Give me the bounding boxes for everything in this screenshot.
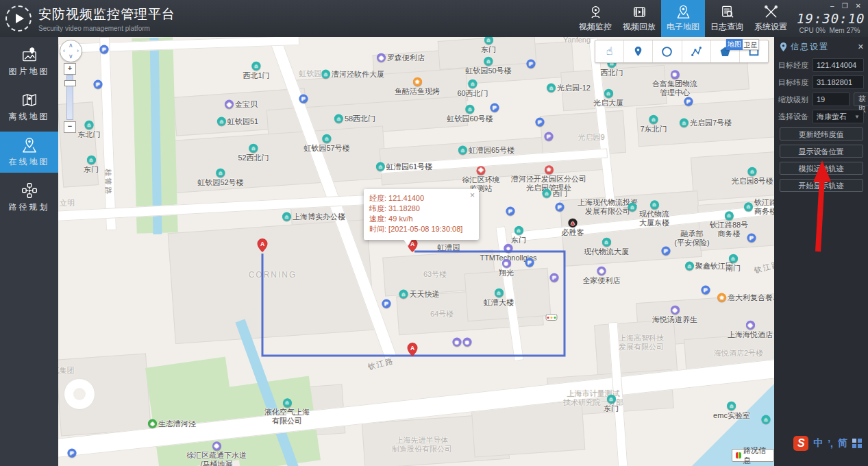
panel-title: 信息设置 bbox=[791, 41, 829, 53]
poi-text: 光启大厦 bbox=[593, 99, 623, 108]
poi-text: 融承部 (平安保险) bbox=[674, 230, 709, 247]
ime-lang-toggle[interactable]: 中 bbox=[813, 437, 823, 450]
zoom-in-button[interactable]: + bbox=[64, 63, 76, 75]
target-lat-label: 目标纬度 bbox=[778, 77, 813, 88]
traffic-info-button[interactable]: 路况信息 bbox=[732, 449, 774, 462]
nav-item-playback[interactable]: 视频回放 bbox=[617, 0, 661, 37]
nav-item-label: 电子地图 bbox=[667, 21, 699, 33]
polyline-tool-button[interactable] bbox=[682, 40, 711, 62]
poi-text: 东门 bbox=[84, 165, 99, 174]
map-poi-icon: P bbox=[545, 132, 554, 141]
poi-text: 鱼酷活鱼现烤 bbox=[395, 87, 440, 96]
map-poi-label: ■合富集团物流 管理中心 bbox=[652, 70, 697, 97]
poi-text: 合富集团物流 管理中心 bbox=[652, 79, 697, 97]
zoom-out-button[interactable]: − bbox=[64, 121, 76, 133]
track-marker-A[interactable]: A bbox=[407, 343, 418, 356]
gate-poi-icon: ⌂ bbox=[514, 226, 523, 235]
svg-text:A: A bbox=[410, 241, 414, 247]
circle-tool-button[interactable] bbox=[653, 40, 682, 62]
poi-text: 东门 bbox=[604, 404, 619, 413]
p-poi-icon: P bbox=[525, 258, 534, 267]
marker-tool-button[interactable] bbox=[624, 40, 653, 62]
panel-close-icon[interactable]: ✕ bbox=[858, 42, 864, 51]
traffic-info-label: 路况信息 bbox=[743, 445, 770, 466]
red-poi-icon: ✚ bbox=[477, 166, 486, 175]
device-select[interactable]: 海康萤石 ▼ bbox=[813, 110, 864, 123]
panel-action-button[interactable]: 开始显示轨迹 bbox=[780, 179, 863, 192]
panel-action-button[interactable]: 更新经纬度值 bbox=[780, 127, 863, 140]
sidebar-item-offline[interactable]: 离线地图 bbox=[0, 86, 58, 127]
bld-poi-icon: ⌂ bbox=[650, 200, 659, 209]
food-poi-icon: ★ bbox=[413, 77, 422, 86]
shop-poi-icon: ◆ bbox=[225, 100, 234, 109]
hand-tool-button[interactable]: ☝ bbox=[595, 40, 624, 62]
svg-text:A: A bbox=[260, 241, 264, 247]
black-poi-icon: ▲ bbox=[569, 219, 578, 228]
gate-poi-icon: ⌂ bbox=[607, 395, 616, 404]
poi-text: 现代物流大厦 bbox=[584, 247, 629, 256]
info-settings-panel: 信息设置 ✕ 目标经度 目标纬度 缩放级别 获取 选择设备 海康萤石 ▼ 更新经… bbox=[774, 37, 868, 466]
map-canvas[interactable]: ⌂西北1门⌂虹钦园50号楼◆罗森便利店⌂漕河泾软件大厦虹钦园★鱼酷活鱼现烤◆金宝… bbox=[58, 37, 774, 466]
poi-text: 西门 bbox=[553, 189, 568, 198]
poi-text: 光启园8号楼 bbox=[731, 177, 773, 186]
sidebar-item-label: 路径规划 bbox=[9, 201, 50, 213]
target-lat-input[interactable] bbox=[813, 75, 864, 89]
map-poi-label: ★鱼酷活鱼现烤 bbox=[395, 77, 440, 96]
layer-switch: 地图 卫星 bbox=[726, 39, 759, 50]
poi-text: 罗森便利店 bbox=[387, 53, 425, 62]
ime-bar[interactable]: S 中 ’, 简 bbox=[793, 436, 862, 451]
bld-poi-icon: ⌂ bbox=[217, 117, 226, 126]
map-poi-label: ⌂液化空气上海 有限公司 bbox=[264, 398, 310, 425]
p-poi-icon: P bbox=[506, 207, 515, 216]
map-poi-label: ♣生态漕河泾 bbox=[148, 419, 196, 428]
track-marker-A[interactable]: A bbox=[257, 238, 268, 252]
minimize-button[interactable]: – bbox=[830, 2, 834, 10]
map-poi-label: 气集团 bbox=[58, 366, 75, 375]
map-poi-label: ⌂光启园8号楼 bbox=[731, 167, 773, 186]
sidebar-item-route[interactable]: 路径规划 bbox=[0, 177, 58, 218]
get-button[interactable]: 获取 bbox=[854, 93, 868, 106]
nav-item-monitor[interactable]: 视频监控 bbox=[573, 0, 617, 37]
ime-menu-icon[interactable] bbox=[852, 439, 862, 448]
map-poi-label: ◆上海海悦酒店 bbox=[728, 321, 773, 339]
pan-compass-control[interactable]: ∧∨ ‹› bbox=[60, 40, 82, 62]
sidebar-item-online[interactable]: 在线地图 bbox=[0, 132, 58, 173]
p-poi-icon: P bbox=[662, 247, 671, 256]
popup-close-icon[interactable]: × bbox=[470, 191, 475, 200]
close-button[interactable]: ✕ bbox=[856, 2, 861, 10]
map-poi-icon: P bbox=[68, 449, 77, 458]
panel-action-button[interactable]: 模拟运动轨迹 bbox=[780, 162, 863, 175]
sidebar-item-pic[interactable]: 图片地图 bbox=[0, 41, 58, 82]
nav-item-label: 日志查询 bbox=[710, 21, 743, 33]
popup-line: 速度: 49 kv/h bbox=[369, 214, 473, 224]
map-poi-label: ⌂东门 bbox=[84, 156, 99, 174]
map-poi-label: ⌂天天快递 bbox=[399, 290, 440, 299]
p-poi-icon: P bbox=[100, 45, 109, 54]
nav-item-log[interactable]: 日志查询 bbox=[705, 0, 749, 37]
popup-body: 经度: 121.41400纬度: 31.18280速度: 49 kv/h时间: … bbox=[369, 193, 473, 234]
map-poi-label: ⌂光启园7号楼 bbox=[680, 119, 732, 127]
layer-map-button[interactable]: 地图 bbox=[726, 39, 743, 50]
nav-item-settings[interactable]: 系统设置 bbox=[749, 0, 793, 37]
zoom-level-input[interactable] bbox=[813, 93, 850, 106]
zoom-slider-handle[interactable] bbox=[64, 80, 76, 86]
bld-poi-icon: ⌂ bbox=[376, 162, 385, 171]
poi-text: 虹钦园52号楼 bbox=[197, 178, 243, 187]
ime-charset-toggle[interactable]: 简 bbox=[838, 437, 847, 450]
panel-action-button[interactable]: 显示设备位置 bbox=[780, 145, 863, 158]
target-lng-input[interactable] bbox=[813, 58, 864, 72]
map-poi-label: ⌂光启大厦 bbox=[593, 89, 623, 108]
map-poi-label: 立明 bbox=[60, 199, 75, 208]
nav-item-emap[interactable]: 电子地图 bbox=[661, 0, 705, 37]
bld-poi-icon: ⌂ bbox=[685, 262, 694, 271]
gate-poi-icon: ⌂ bbox=[729, 254, 738, 263]
map-poi-icon: P bbox=[702, 286, 710, 295]
layer-satellite-button[interactable]: 卫星 bbox=[743, 39, 759, 50]
sogou-logo-icon[interactable]: S bbox=[793, 436, 808, 451]
popup-line: 经度: 121.41400 bbox=[369, 193, 473, 204]
ime-punct-toggle[interactable]: ’, bbox=[828, 438, 833, 449]
poi-text: 东门 bbox=[511, 236, 526, 245]
poi-text: 上海海悦酒店 bbox=[728, 330, 773, 339]
restore-button[interactable]: ❐ bbox=[842, 2, 848, 10]
map-poi-label: ⌂南门 bbox=[726, 254, 741, 273]
